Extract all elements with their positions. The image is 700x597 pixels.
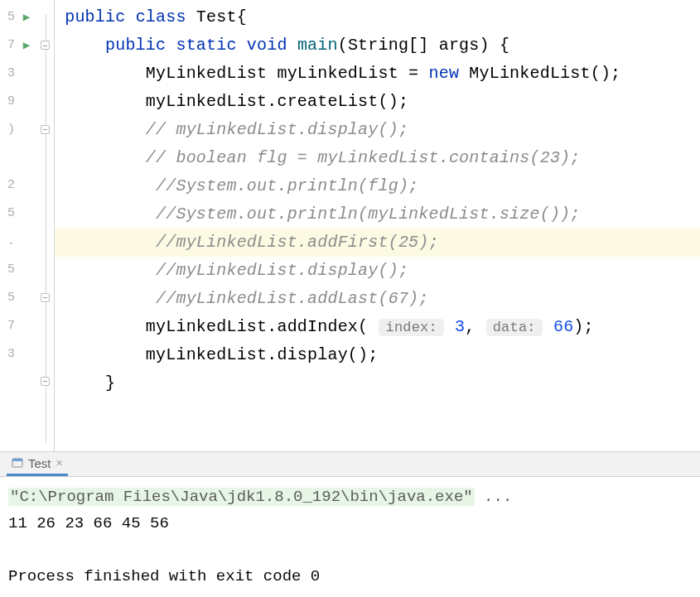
code-content[interactable]: public class Test{ public static void ma… [55,0,700,451]
fold-handle-icon[interactable] [41,125,50,134]
console-command: "C:\Program Files\Java\jdk1.8.0_192\bin\… [8,488,475,506]
console-stdout: 11 26 23 66 45 56 [8,510,692,537]
console-output[interactable]: "C:\Program Files\Java\jdk1.8.0_192\bin\… [0,477,700,597]
parameter-hint: index: [379,319,443,336]
code-line[interactable]: public class Test{ [55,3,700,31]
line-number-gutter: 5 7 3 9 ) 2 5 . 5 5 7 3 [0,0,17,451]
console-tab-bar: Test × [0,452,700,477]
code-line-highlighted[interactable]: //myLinkedList.addFirst(25); [55,229,700,257]
code-line[interactable]: //System.out.println(flg); [55,172,700,200]
code-line[interactable] [55,397,700,426]
run-config-icon [12,457,23,469]
editor-area: 5 7 3 9 ) 2 5 . 5 5 7 3 ▶ ▶ publ [0,0,700,451]
run-method-icon[interactable]: ▶ [23,38,30,52]
code-line[interactable]: // myLinkedList.display(); [55,116,700,144]
code-line[interactable]: myLinkedList.addIndex( index: 3, data: 6… [55,313,700,341]
fold-handle-icon[interactable] [41,41,50,50]
code-line[interactable]: MyLinkedList myLinkedList = new MyLinked… [55,60,700,88]
run-class-icon[interactable]: ▶ [23,10,30,24]
code-line[interactable]: // boolean flg = myLinkedList.contains(2… [55,144,700,172]
run-icon-gutter: ▶ ▶ [17,0,36,451]
code-line[interactable]: } [55,369,700,397]
console-tab-label: Test [28,456,51,470]
fold-handle-icon[interactable] [41,377,50,386]
parameter-hint: data: [486,319,543,336]
svg-rect-1 [12,459,22,461]
code-line[interactable]: public static void main(String[] args) { [55,31,700,60]
fold-handle-icon[interactable] [41,293,50,302]
code-line[interactable] [55,426,700,454]
run-console-panel: Test × "C:\Program Files\Java\jdk1.8.0_1… [0,451,700,597]
code-line[interactable]: //myLinkedList.addLast(67); [55,285,700,313]
code-line[interactable]: //myLinkedList.display(); [55,257,700,285]
code-line[interactable]: myLinkedList.createList(); [55,88,700,116]
fold-gutter [36,0,55,451]
close-icon[interactable]: × [56,456,63,469]
console-tab[interactable]: Test × [7,453,68,476]
code-line[interactable]: //System.out.println(myLinkedList.size()… [55,200,700,229]
code-line[interactable]: myLinkedList.display(); [55,341,700,369]
console-exit-message: Process finished with exit code 0 [8,563,692,590]
